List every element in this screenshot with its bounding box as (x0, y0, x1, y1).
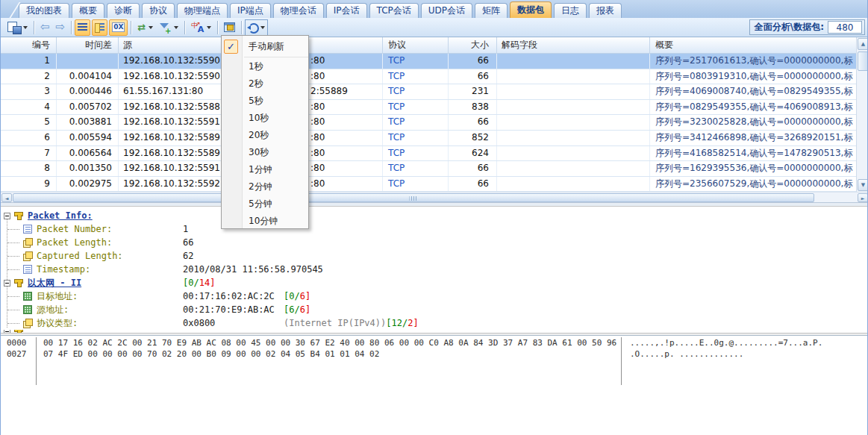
cell-size: 852 (449, 131, 497, 145)
previous-packet-button[interactable]: ⇦ (37, 19, 53, 36)
horizontal-scrollbar[interactable]: ◄ ► (1, 192, 868, 202)
vertical-scroll-thumb[interactable] (858, 51, 868, 71)
tree-node[interactable]: Packet Info: (1, 209, 868, 222)
toolbar-separator (71, 21, 72, 34)
tab-概要[interactable]: 概要 (72, 3, 104, 18)
tree-branch-line (7, 296, 19, 297)
tree-branch-line (7, 323, 19, 324)
info-field-icon (23, 225, 32, 234)
collapse-toggle-icon[interactable] (4, 280, 10, 287)
filter-button[interactable] (156, 19, 181, 36)
hex-dump-panel: 000000 17 16 02 AC 2C 00 21 70 E9 AB AC … (1, 336, 868, 435)
toggle-decode-pane-button[interactable] (92, 19, 107, 36)
menu-item-10分钟[interactable]: 10分钟 (222, 213, 308, 230)
packet-row[interactable]: 1192.168.10.132:5590:80TCP66序列号=25170616… (1, 54, 856, 69)
packet-row[interactable]: 50.003881192.168.10.132:5591:80TCP66序列号=… (1, 115, 856, 131)
menu-item-5分钟[interactable]: 5分钟 (222, 195, 308, 213)
packet-row[interactable]: 90.002975192.168.10.132:5592:80TCP66序列号=… (1, 177, 856, 192)
tab-UDP会话[interactable]: UDP会话 (421, 3, 472, 18)
tab-物理会话[interactable]: 物理会话 (273, 3, 324, 18)
column-header-协议[interactable]: 协议 (383, 37, 449, 54)
cell-number: 3 (1, 84, 57, 99)
cell-time-delta: 0.003881 (57, 115, 119, 130)
menu-item-1秒[interactable]: 1秒 (222, 58, 308, 75)
horizontal-scroll-thumb[interactable] (13, 193, 814, 202)
packet-row[interactable]: 60.005594192.168.10.132:5589:80TCP852序列号… (1, 131, 856, 146)
tree-node[interactable]: 协议类型:0x0800(Internet IP(IPv4))[12/2] (1, 316, 868, 330)
charset-convert-icon: 中↗A (191, 22, 204, 33)
scroll-down-button[interactable]: ▼ (858, 179, 868, 191)
cell-size: 66 (449, 161, 497, 176)
cell-time-delta: 0.006564 (57, 146, 119, 161)
scroll-left-button[interactable]: ◄ (1, 193, 12, 202)
menu-item-2秒[interactable]: 2秒 (222, 75, 308, 93)
tab-IP端点[interactable]: IP端点 (230, 3, 271, 18)
cell-number: 7 (1, 146, 57, 161)
scroll-up-button[interactable]: ▲ (858, 38, 868, 50)
column-header-概要[interactable]: 概要 (650, 37, 856, 54)
swap-order-button[interactable]: ⇄ (134, 19, 156, 36)
cell-protocol: TCP (383, 177, 449, 192)
packet-row[interactable]: 70.006564192.168.10.132:5589:80TCP624序列号… (1, 146, 856, 162)
cell-summary: 序列号=3230025828,确认号=0000000000,标 (650, 115, 856, 130)
tab-物理端点[interactable]: 物理端点 (177, 3, 228, 18)
tab-数据包[interactable]: 数据包 (510, 1, 552, 18)
mac-field-icon (23, 305, 32, 314)
tab-我的图表[interactable]: 我的图表 (19, 3, 69, 18)
display-format-button[interactable]: 中↗A (188, 19, 214, 36)
tree-node[interactable]: Timestamp:2010/08/31 11:56:58.970545 (1, 263, 868, 276)
export-packets-button[interactable] (4, 19, 31, 36)
column-header-大小[interactable]: 大小 (449, 37, 497, 54)
toggle-list-pane-button[interactable] (75, 19, 90, 36)
cell-summary: 序列号=1629395536,确认号=0000000000,标 (650, 161, 856, 176)
refresh-button[interactable] (245, 19, 268, 36)
chevron-down-icon (174, 26, 178, 29)
packet-counter-label: 全面分析\数据包: (755, 21, 824, 34)
cell-number: 8 (1, 161, 57, 176)
menu-item-2分钟[interactable]: 2分钟 (222, 178, 308, 195)
tab-矩阵[interactable]: 矩阵 (475, 3, 508, 18)
collapse-toggle-icon[interactable] (4, 330, 10, 333)
collapse-toggle-icon[interactable] (4, 213, 10, 219)
analysis-tab-bar: 我的图表概要诊断协议物理端点IP端点物理会话IP会话TCP会话UDP会话矩阵数据… (1, 0, 868, 18)
section-node-icon (14, 330, 23, 333)
tree-node[interactable]: 以太网 - II[0/14] (1, 276, 868, 290)
scroll-grip-icon (410, 196, 418, 201)
menu-item-1分钟[interactable]: 1分钟 (222, 161, 308, 178)
tree-node[interactable]: 源地址:00:21:70:E9:AB:AC[6/6] (1, 303, 868, 316)
hex-row[interactable]: 002707 4F ED 00 00 00 00 70 02 20 00 B0 … (1, 349, 868, 360)
cell-size: 624 (449, 146, 497, 161)
tab-TCP会话[interactable]: TCP会话 (369, 3, 419, 18)
menu-item-5秒[interactable]: 5秒 (222, 93, 308, 110)
packet-row[interactable]: 40.005702192.168.10.132:5588:80TCP838序列号… (1, 100, 856, 116)
column-header-编号[interactable]: 编号 (1, 37, 57, 54)
menu-item-30秒[interactable]: 30秒 (222, 144, 308, 161)
packet-row[interactable]: 30.00044661.55.167.131:802:55889TCP231序列… (1, 84, 856, 100)
toggle-hex-pane-button[interactable]: 0X (109, 19, 128, 36)
packet-row[interactable]: 80.001350192.168.10.132:5591:80TCP66序列号=… (1, 161, 856, 177)
tree-node[interactable]: Captured Length:62 (1, 249, 868, 263)
vertical-scrollbar[interactable]: ▲ ▼ (856, 37, 868, 192)
packet-details-button[interactable] (221, 19, 238, 36)
cell-size: 66 (449, 54, 497, 69)
cell-summary: 序列号=0829549355,确认号=4069008913,标 (650, 100, 856, 115)
column-header-解码字段[interactable]: 解码字段 (497, 37, 650, 54)
hex-row[interactable]: 000000 17 16 02 AC 2C 00 21 70 E9 AB AC … (1, 338, 868, 349)
tree-branch-line (7, 310, 19, 310)
packet-row[interactable]: 20.004104192.168.10.132:5590:80TCP66序列号=… (1, 69, 856, 85)
tree-node[interactable]: 目标地址:00:17:16:02:AC:2C[0/6] (1, 290, 868, 303)
scroll-right-button[interactable]: ► (858, 193, 868, 202)
tab-协议[interactable]: 协议 (142, 3, 175, 18)
cell-time-delta: 0.001350 (57, 161, 119, 176)
menu-item-20秒[interactable]: 20秒 (222, 127, 308, 144)
tab-日志[interactable]: 日志 (554, 3, 587, 18)
next-packet-button[interactable]: ⇨ (53, 19, 69, 36)
tab-报表[interactable]: 报表 (589, 3, 622, 18)
tree-node[interactable]: Packet Length:66 (1, 236, 868, 249)
tab-诊断[interactable]: 诊断 (107, 3, 140, 18)
tab-IP会话[interactable]: IP会话 (326, 3, 367, 18)
tree-node[interactable]: Packet Number:1 (1, 222, 868, 236)
menu-item-手动刷新[interactable]: 手动刷新✓ (222, 37, 308, 56)
menu-item-10秒[interactable]: 10秒 (222, 110, 308, 127)
column-header-时间差[interactable]: 时间差 (57, 37, 119, 54)
